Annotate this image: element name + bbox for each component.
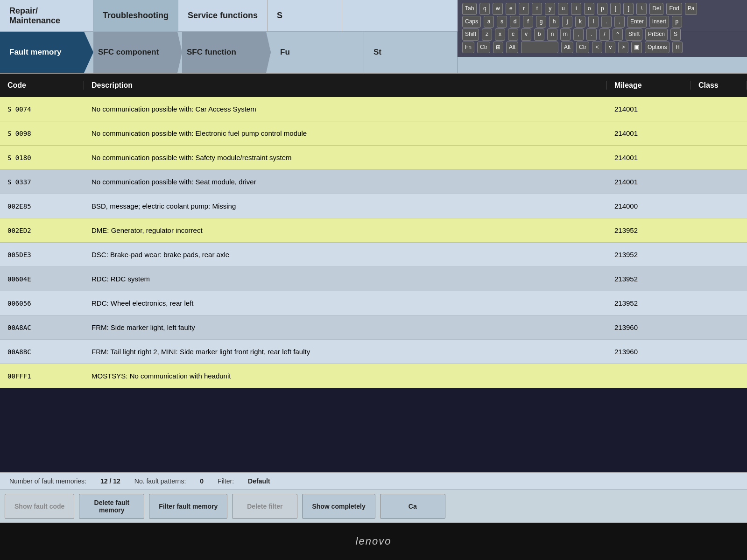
col-header-class: Class — [691, 81, 747, 90]
col-header-mileage: Mileage — [607, 81, 691, 90]
nav-item-fault-memory[interactable]: Fault memory — [0, 32, 93, 73]
fault-description-cell: No communication possible with: Car Acce… — [84, 105, 607, 113]
table-row[interactable]: 006056RDC: Wheel electronics, rear left2… — [0, 291, 747, 315]
filter-label: Filter: — [218, 477, 234, 485]
fault-code-cell: S 0180 — [0, 152, 84, 163]
fault-mileage-cell: 213960 — [607, 323, 691, 331]
fault-mileage-cell: 213952 — [607, 251, 691, 259]
fault-description-cell: DSC: Brake-pad wear: brake pads, rear ax… — [84, 251, 607, 259]
nav-s-label: S — [277, 11, 282, 21]
fault-code-cell: 006056 — [0, 300, 84, 307]
table-row[interactable]: S 0074No communication possible with: Ca… — [0, 97, 747, 121]
nav-item-s[interactable]: S — [268, 0, 342, 31]
fault-description-cell: BSD, message; electric coolant pump: Mis… — [84, 202, 607, 210]
fault-patterns-label: No. fault patterns: — [134, 477, 186, 485]
table-row[interactable]: 002E85BSD, message; electric coolant pum… — [0, 194, 747, 218]
sfc-component-label: SFC component — [98, 48, 159, 57]
nav-item-repair[interactable]: Repair/Maintenance — [0, 0, 93, 31]
fault-mileage-cell: 213952 — [607, 299, 691, 307]
fault-description-cell: No communication possible with: Electron… — [84, 129, 607, 137]
fault-code-cell: 005DE3 — [0, 251, 84, 259]
fault-code-cell: S 0337 — [0, 178, 84, 186]
fault-memories-label: Number of fault memories: — [9, 477, 86, 485]
status-bar: Number of fault memories: 12 / 12 No. fa… — [0, 472, 747, 490]
fault-description-cell: RDC: Wheel electronics, rear left — [84, 299, 607, 307]
filter-fault-memory-button[interactable]: Filter fault memory — [149, 494, 227, 519]
fault-description-cell: No communication possible with: Seat mod… — [84, 178, 607, 186]
fu-label: Fu — [280, 48, 290, 57]
table-row[interactable]: 00A8ACFRM: Side marker light, left fault… — [0, 315, 747, 340]
fault-table-rows: S 0074No communication possible with: Ca… — [0, 97, 747, 388]
table-row[interactable]: S 0180No communication possible with: Sa… — [0, 146, 747, 170]
delete-filter-button[interactable]: Delete filter — [232, 494, 297, 519]
fault-mileage-cell: 214000 — [607, 202, 691, 210]
nav-item-st[interactable]: St — [364, 32, 458, 73]
fault-mileage-cell: 214001 — [607, 154, 691, 161]
bottom-bar: lenovo — [0, 523, 747, 560]
filter-value: Default — [248, 477, 270, 485]
col-header-description: Description — [84, 81, 607, 90]
st-label: St — [374, 48, 381, 57]
nav-troubleshooting-label: Troubleshooting — [103, 11, 169, 21]
nav-service-label: Service functions — [188, 11, 258, 21]
delete-fault-memory-button[interactable]: Delete faultmemory — [79, 494, 144, 519]
fault-description-cell: FRM: Tail light right 2, MINI: Side mark… — [84, 348, 607, 356]
fault-memories-value: 12 / 12 — [100, 477, 120, 485]
fault-code-cell: 002E85 — [0, 203, 84, 210]
table-row[interactable]: S 0337No communication possible with: Se… — [0, 170, 747, 194]
table-row[interactable]: 00604ERDC: RDC system213952 — [0, 267, 747, 291]
fault-description-cell: FRM: Side marker light, left faulty — [84, 323, 607, 331]
bottom-buttons: Show fault code Delete faultmemory Filte… — [0, 490, 747, 523]
keyboard-overlay: Tabqwertyuiop[]\DelEndPa Capsasdfghjkl.,… — [458, 0, 747, 57]
fault-code-cell: 00FFF1 — [0, 371, 84, 382]
nav-repair-label: Repair/Maintenance — [9, 6, 60, 26]
show-completely-button[interactable]: Show completely — [302, 494, 375, 519]
fault-mileage-cell: 214001 — [607, 105, 691, 113]
sfc-function-label: SFC function — [187, 48, 236, 57]
table-row[interactable]: 00FFF1MOSTSYS: No communication with hea… — [0, 364, 747, 388]
table-row[interactable]: 002ED2DME: Generator, regulator incorrec… — [0, 218, 747, 243]
show-fault-code-button[interactable]: Show fault code — [5, 494, 74, 519]
fault-description-cell: RDC: RDC system — [84, 275, 607, 283]
table-row[interactable]: S 0098No communication possible with: El… — [0, 121, 747, 146]
fault-mileage-cell: 214001 — [607, 129, 691, 137]
nav-item-sfc-component[interactable]: SFC component — [89, 32, 182, 73]
fault-code-cell: S 0098 — [0, 128, 84, 139]
fault-description-cell: MOSTSYS: No communication with headunit — [84, 372, 607, 380]
fault-code-cell: 00604E — [0, 275, 84, 283]
top-navigation: Repair/Maintenance Troubleshooting Servi… — [0, 0, 747, 32]
table-header: Code Description Mileage Class — [0, 74, 747, 97]
nav-item-sfc-function[interactable]: SFC function — [177, 32, 271, 73]
fault-mileage-cell: 214001 — [607, 178, 691, 186]
fault-description-cell: DME: Generator, regulator incorrect — [84, 226, 607, 234]
nav-item-troubleshooting[interactable]: Troubleshooting — [93, 0, 178, 31]
table-row[interactable]: 005DE3DSC: Brake-pad wear: brake pads, r… — [0, 243, 747, 267]
fault-mileage-cell: 213952 — [607, 226, 691, 234]
fault-patterns-value: 0 — [200, 477, 204, 485]
fault-mileage-cell: 213952 — [607, 275, 691, 283]
nav-item-fu[interactable]: Fu — [271, 32, 364, 73]
fault-memory-label: Fault memory — [9, 48, 61, 57]
fault-code-cell: 002ED2 — [0, 225, 84, 236]
table-row[interactable]: 00A8BCFRM: Tail light right 2, MINI: Sid… — [0, 340, 747, 364]
col-header-code: Code — [0, 81, 84, 90]
brand-label: lenovo — [356, 535, 392, 547]
fault-code-cell: S 0074 — [0, 104, 84, 115]
fault-description-cell: No communication possible with: Safety m… — [84, 154, 607, 161]
main-content: Code Description Mileage Class S 0074No … — [0, 74, 747, 523]
fault-code-cell: 00A8AC — [0, 324, 84, 331]
fault-code-cell: 00A8BC — [0, 348, 84, 356]
ca-button[interactable]: Ca — [380, 494, 445, 519]
nav-item-service-functions[interactable]: Service functions — [178, 0, 268, 31]
fault-mileage-cell: 213960 — [607, 348, 691, 356]
fault-table-container: Code Description Mileage Class S 0074No … — [0, 74, 747, 472]
